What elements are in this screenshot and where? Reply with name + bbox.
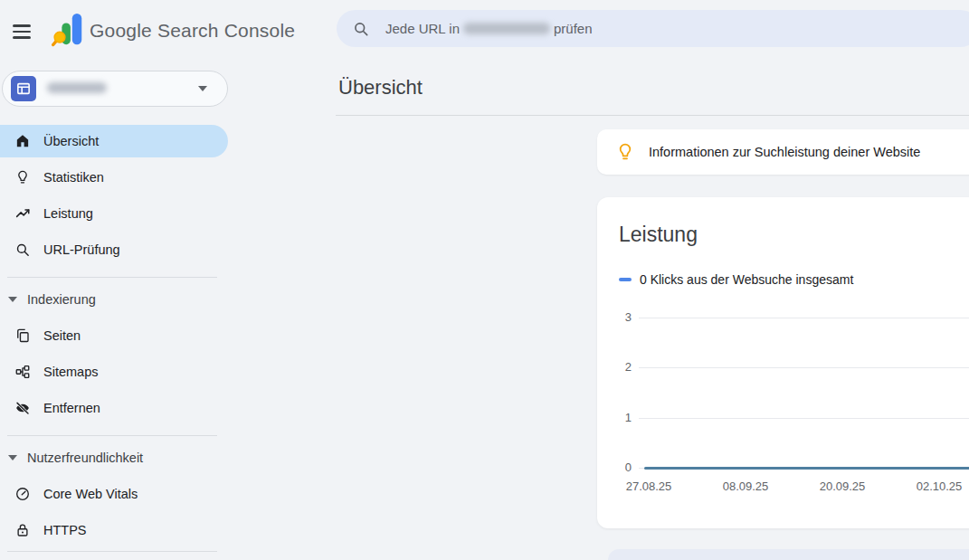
search-console-logo-icon[interactable] bbox=[52, 11, 86, 51]
y-axis-tick: 0 bbox=[610, 460, 632, 475]
redacted-domain bbox=[463, 23, 550, 34]
content-divider bbox=[336, 115, 969, 116]
y-axis-tick: 2 bbox=[610, 360, 632, 375]
x-axis-tick: 27.08.25 bbox=[613, 479, 685, 494]
sidebar-item-label: Core Web Vitals bbox=[43, 487, 138, 501]
trending-up-icon bbox=[14, 205, 31, 222]
sidebar-item-label: Sitemaps bbox=[43, 365, 98, 379]
chevron-down-icon bbox=[8, 297, 17, 302]
sidebar-item-label: Entfernen bbox=[43, 401, 100, 415]
x-axis-tick: 02.10.25 bbox=[903, 479, 969, 494]
next-card-top-edge bbox=[608, 549, 969, 560]
legend-label: 0 Klicks aus der Websuche insgesamt bbox=[640, 272, 853, 287]
sidebar-item-label: Übersicht bbox=[43, 134, 99, 148]
x-axis-tick: 08.09.25 bbox=[709, 479, 782, 494]
sidebar-section-nutzerfreundlichkeit[interactable]: Nutzerfreundlichkeit bbox=[0, 443, 228, 472]
sidebar-item-sitemaps[interactable]: Sitemaps bbox=[0, 356, 228, 388]
sidebar-item-label: HTTPS bbox=[43, 523, 87, 537]
y-axis-tick: 1 bbox=[610, 411, 632, 425]
sidebar-item-label: URL-Prüfung bbox=[43, 242, 120, 257]
search-performance-info-banner[interactable]: Informationen zur Suchleistung deiner We… bbox=[597, 129, 969, 175]
gridline bbox=[639, 367, 969, 368]
page-title: Übersicht bbox=[338, 76, 423, 100]
home-icon bbox=[14, 133, 31, 149]
speedometer-icon bbox=[14, 486, 31, 502]
redacted-property-name bbox=[47, 82, 107, 93]
sidebar-item-uebersicht[interactable]: Übersicht bbox=[0, 125, 228, 157]
sidebar-item-url-pruefung[interactable]: URL-Prüfung bbox=[0, 233, 228, 266]
sidebar-item-leistung[interactable]: Leistung bbox=[0, 197, 228, 230]
pages-icon bbox=[14, 327, 31, 344]
performance-card-title[interactable]: Leistung bbox=[619, 223, 698, 247]
search-icon bbox=[352, 20, 370, 38]
property-name bbox=[47, 81, 198, 97]
app-title: Google Search Console bbox=[90, 20, 295, 42]
section-label: Nutzerfreundlichkeit bbox=[27, 451, 143, 465]
eye-off-icon bbox=[14, 400, 31, 416]
y-axis-tick: 3 bbox=[610, 310, 632, 325]
property-icon bbox=[11, 76, 36, 101]
sidebar-divider bbox=[7, 277, 217, 278]
search-placeholder: Jede URL in prüfen bbox=[385, 21, 593, 36]
clicks-series-line bbox=[644, 467, 969, 470]
banner-text: Informationen zur Suchleistung deiner We… bbox=[649, 145, 920, 159]
gridline bbox=[639, 418, 969, 419]
lightbulb-icon bbox=[615, 141, 635, 163]
legend-marker-icon bbox=[619, 278, 632, 281]
sidebar-item-core-web-vitals[interactable]: Core Web Vitals bbox=[0, 478, 228, 510]
url-inspection-search-input[interactable]: Jede URL in prüfen bbox=[337, 10, 969, 47]
google-search-console-window: Google Search Console Jede URL in prüfen bbox=[0, 0, 969, 560]
hamburger-menu-icon[interactable] bbox=[11, 19, 33, 39]
chart-legend: 0 Klicks aus der Websuche insgesamt bbox=[619, 272, 853, 287]
sidebar-item-label: Statistiken bbox=[43, 170, 104, 185]
search-icon bbox=[14, 242, 31, 258]
sidebar-divider bbox=[7, 435, 217, 436]
chevron-down-icon bbox=[198, 86, 207, 91]
x-axis-tick: 20.09.25 bbox=[806, 479, 879, 494]
section-label: Indexierung bbox=[27, 292, 96, 307]
sidebar-item-entfernen[interactable]: Entfernen bbox=[0, 392, 228, 424]
sidebar-item-https[interactable]: HTTPS bbox=[0, 514, 228, 546]
sidebar-section-indexierung[interactable]: Indexierung bbox=[0, 285, 228, 314]
sidebar-divider bbox=[7, 551, 217, 552]
sitemap-icon bbox=[14, 364, 31, 380]
property-selector[interactable] bbox=[2, 71, 228, 107]
lightbulb-icon bbox=[14, 169, 31, 185]
lock-icon bbox=[14, 522, 31, 538]
performance-card: Leistung 0 Klicks aus der Websuche insge… bbox=[597, 197, 969, 528]
sidebar-item-label: Seiten bbox=[43, 328, 81, 343]
sidebar-item-seiten[interactable]: Seiten bbox=[0, 319, 228, 352]
gridline bbox=[639, 318, 969, 318]
sidebar-item-statistiken[interactable]: Statistiken bbox=[0, 161, 228, 194]
sidebar-item-label: Leistung bbox=[43, 206, 93, 221]
chevron-down-icon bbox=[8, 455, 17, 460]
